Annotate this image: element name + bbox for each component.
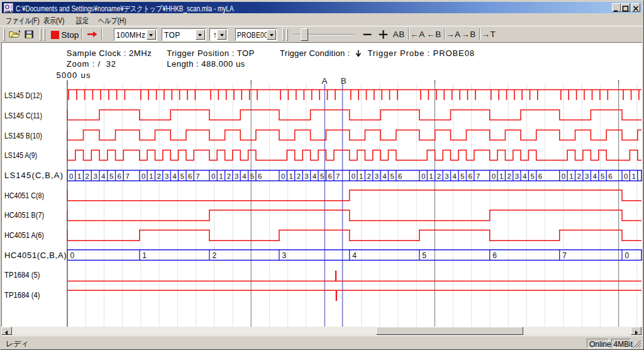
- svg-text:4: 4: [313, 172, 317, 180]
- svg-text:4: 4: [352, 251, 357, 260]
- svg-text:2: 2: [367, 172, 370, 180]
- svg-text:6: 6: [188, 172, 192, 180]
- svg-text:LS145 C(11): LS145 C(11): [4, 111, 42, 120]
- svg-text:6: 6: [468, 172, 472, 180]
- svg-text:0: 0: [624, 172, 628, 180]
- svg-text:3: 3: [235, 172, 238, 180]
- svg-text:7: 7: [125, 172, 129, 180]
- svg-text:0: 0: [281, 172, 285, 180]
- svg-text:Length : 488.000 us: Length : 488.000 us: [167, 59, 245, 69]
- svg-text:3: 3: [375, 172, 379, 180]
- svg-text:3: 3: [93, 172, 97, 180]
- svg-text:2: 2: [437, 172, 441, 180]
- svg-text:0: 0: [625, 251, 630, 260]
- svg-text:4: 4: [592, 172, 597, 180]
- svg-text:7: 7: [562, 251, 567, 260]
- svg-text:HC4051(C,B,A): HC4051(C,B,A): [4, 251, 67, 260]
- svg-text:LS145 A(9): LS145 A(9): [4, 150, 37, 160]
- svg-text:4: 4: [382, 172, 387, 180]
- svg-text:6: 6: [118, 172, 121, 180]
- svg-text:0: 0: [69, 172, 73, 180]
- svg-text:Trigger Position : TOP: Trigger Position : TOP: [167, 48, 255, 58]
- svg-text:3: 3: [282, 251, 286, 260]
- svg-text:1: 1: [289, 172, 292, 180]
- svg-text:5: 5: [180, 172, 184, 180]
- svg-text:Trigger Condition :: Trigger Condition :: [280, 48, 350, 58]
- svg-text:LS145 B(10): LS145 B(10): [4, 131, 42, 140]
- svg-text:6: 6: [328, 172, 331, 180]
- svg-text:A: A: [322, 76, 328, 86]
- svg-text:Zoom : / 32: Zoom : / 32: [67, 59, 116, 69]
- svg-text:1: 1: [142, 251, 147, 260]
- svg-text:7: 7: [476, 172, 480, 180]
- svg-text:2: 2: [297, 172, 301, 180]
- svg-text:2: 2: [86, 172, 89, 180]
- svg-text:4: 4: [523, 172, 527, 180]
- svg-text:Sample Clock : 2MHz: Sample Clock : 2MHz: [67, 48, 152, 58]
- svg-text:3: 3: [304, 172, 308, 180]
- svg-text:6: 6: [538, 172, 542, 180]
- svg-text:HC4051 A(6): HC4051 A(6): [4, 230, 44, 240]
- svg-text:0: 0: [352, 172, 355, 180]
- svg-text:7: 7: [336, 172, 340, 180]
- svg-text:5: 5: [390, 172, 394, 180]
- svg-text:7: 7: [196, 172, 199, 180]
- svg-text:4: 4: [172, 172, 177, 180]
- svg-text:6: 6: [492, 251, 497, 260]
- svg-text:HC4051 C(8): HC4051 C(8): [4, 191, 44, 200]
- svg-text:5: 5: [422, 251, 426, 260]
- svg-text:1: 1: [499, 172, 503, 180]
- svg-text:6: 6: [258, 172, 262, 180]
- svg-text:TP1684 (4): TP1684 (4): [4, 290, 40, 300]
- svg-text:0: 0: [492, 172, 496, 180]
- svg-text:1: 1: [429, 172, 433, 180]
- svg-text:0: 0: [562, 172, 565, 180]
- svg-text:0: 0: [211, 172, 215, 180]
- svg-text:Trigger Probe : PROBE08: Trigger Probe : PROBE08: [367, 48, 475, 58]
- svg-text:3: 3: [515, 172, 519, 180]
- svg-text:2: 2: [157, 172, 161, 180]
- svg-text:1: 1: [219, 172, 223, 180]
- svg-text:LS145(C,B,A): LS145(C,B,A): [4, 171, 63, 180]
- svg-text:B: B: [341, 76, 347, 86]
- svg-text:1: 1: [149, 172, 153, 180]
- svg-text:3: 3: [445, 172, 448, 180]
- svg-text:2: 2: [507, 172, 511, 180]
- svg-text:5: 5: [601, 172, 604, 180]
- svg-text:5: 5: [460, 172, 464, 180]
- svg-text:6: 6: [398, 172, 402, 180]
- svg-text:LS145 D(12): LS145 D(12): [4, 91, 42, 100]
- svg-text:HC4051 B(7): HC4051 B(7): [4, 210, 44, 220]
- svg-text:5: 5: [250, 172, 254, 180]
- svg-text:5: 5: [320, 172, 324, 180]
- svg-text:2: 2: [227, 172, 231, 180]
- svg-text:2: 2: [212, 251, 216, 260]
- svg-text:4: 4: [453, 172, 457, 180]
- svg-text:TP1684 (5): TP1684 (5): [4, 270, 40, 279]
- svg-text:5: 5: [530, 172, 534, 180]
- svg-text:1: 1: [631, 172, 635, 180]
- svg-text:5: 5: [109, 172, 113, 180]
- svg-text:1: 1: [569, 172, 573, 180]
- svg-text:0: 0: [70, 251, 75, 260]
- svg-text:1: 1: [77, 172, 81, 180]
- svg-text:6: 6: [608, 172, 612, 180]
- svg-text:4: 4: [101, 172, 106, 180]
- svg-text:2: 2: [577, 172, 581, 180]
- svg-text:0: 0: [421, 172, 425, 180]
- svg-text:5000 us: 5000 us: [56, 71, 91, 80]
- svg-text:4: 4: [242, 172, 247, 180]
- svg-text:3: 3: [585, 172, 589, 180]
- svg-text:3: 3: [165, 172, 169, 180]
- svg-text:0: 0: [142, 172, 145, 180]
- svg-text:1: 1: [359, 172, 363, 180]
